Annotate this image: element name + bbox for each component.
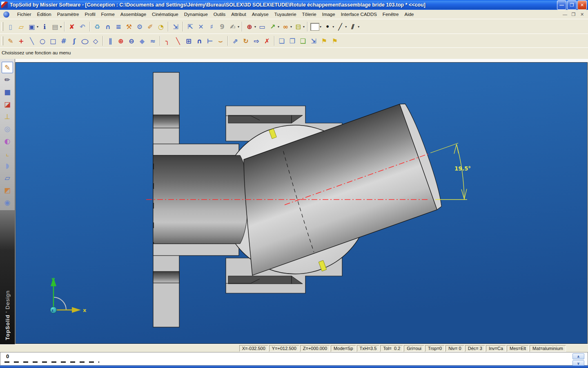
mdi-minimize-button[interactable]: — — [561, 11, 568, 18]
mdi-close-button[interactable]: ✕ — [579, 11, 586, 18]
dropdown-arrow-icon[interactable]: ▾ — [332, 25, 334, 29]
prism-button[interactable]: ◆ — [137, 36, 147, 46]
restore-icon[interactable]: ❐ — [567, 0, 577, 10]
dropdown-arrow-icon[interactable]: ▾ — [290, 25, 292, 29]
hatch-style-button[interactable]: ⫽▾ — [347, 21, 360, 32]
segment-button[interactable]: ╲ — [27, 36, 37, 46]
dropdown-arrow-icon[interactable]: ▾ — [37, 25, 38, 29]
shading-glasses-button[interactable]: ∞▾ — [280, 21, 293, 32]
gear-ring-button[interactable]: ◎ — [2, 123, 13, 135]
polygon-button[interactable]: ◇ — [90, 36, 101, 46]
delete-constraint-button[interactable]: ✗ — [262, 36, 272, 46]
pan-view-button[interactable]: ↗▾ — [267, 21, 280, 32]
menu-item-dynamique[interactable]: Dynamique — [181, 11, 211, 18]
slot-button[interactable]: ⊖ — [126, 36, 137, 46]
pin-list-button[interactable]: ⚑ — [330, 36, 340, 46]
point-button[interactable]: + — [16, 36, 27, 46]
chamfer-button[interactable]: ╲ — [173, 36, 183, 46]
small-tool-button[interactable]: ✐ — [145, 21, 156, 32]
menu-item-image[interactable]: Image — [319, 11, 338, 18]
sketch-2d-button[interactable]: ✎ — [2, 62, 13, 73]
menu-item-cinematique[interactable]: Cinématique — [149, 11, 181, 18]
hammer-button[interactable]: ⚒ — [124, 21, 134, 32]
dropdown-arrow-icon[interactable]: ▾ — [358, 25, 359, 29]
shape-nine-button[interactable]: 9 — [217, 21, 227, 32]
solid-shape-button[interactable]: ■ — [2, 86, 13, 98]
dropdown-arrow-icon[interactable]: ▾ — [278, 25, 279, 29]
menu-item-attribut[interactable]: Attribut — [228, 11, 249, 18]
menu-item-fichier[interactable]: Fichier — [14, 11, 34, 18]
spline-button[interactable]: ʃ — [69, 36, 80, 46]
assemble-include-button[interactable]: ❑ — [298, 36, 308, 46]
viewpoint-camera-button[interactable]: ◉ — [2, 197, 13, 208]
zoom-button[interactable]: ⊕▾ — [244, 21, 257, 32]
axis-point-button[interactable]: ⊕ — [116, 36, 126, 46]
undo-button[interactable]: ↶ — [77, 21, 88, 32]
trim-button[interactable]: ⊢ — [205, 36, 215, 46]
cross-tool-button[interactable]: ✕ — [196, 21, 206, 32]
translate-button[interactable]: ⇨ — [251, 36, 262, 46]
pin-position-button[interactable]: ⚑ — [319, 36, 330, 46]
assemble-place-button[interactable]: ❏ — [276, 36, 287, 46]
sheet-metal-button[interactable]: ⌞ — [2, 148, 13, 159]
mdi-restore-button[interactable]: ❐ — [570, 11, 577, 18]
measure-button[interactable]: ⇗ — [230, 36, 241, 46]
assemble-fix-button[interactable]: ❐ — [287, 36, 298, 46]
zoom-fit-button[interactable]: ▭ — [257, 21, 267, 32]
arc-slot-button[interactable]: ∩ — [194, 36, 205, 46]
parallel-button[interactable]: ∥ — [105, 36, 116, 46]
save-button[interactable]: ▣▾ — [27, 21, 39, 32]
ellipse-button[interactable]: ○ — [80, 36, 90, 46]
dropdown-arrow-icon[interactable]: ▾ — [303, 25, 305, 29]
viewport[interactable]: 19.5° y x z — [15, 59, 588, 344]
rectangle-button[interactable]: □ — [48, 36, 58, 46]
open-file-button[interactable]: ▱ — [16, 21, 27, 32]
viewport-canvas[interactable]: 19.5° y x z — [15, 59, 588, 344]
route-arrows-button[interactable]: ⇲ — [170, 21, 181, 32]
menu-item-forme[interactable]: Forme — [98, 11, 118, 18]
assembly-links-button[interactable]: ⇲ — [308, 36, 319, 46]
dropdown-arrow-icon[interactable]: ▾ — [345, 25, 347, 29]
command-value[interactable]: 0 — [6, 353, 9, 359]
piston-button[interactable]: ⊥ — [2, 111, 13, 122]
dropdown-arrow-icon[interactable]: ▾ — [320, 25, 321, 29]
menu-item-tuyauterie[interactable]: Tuyauterie — [272, 11, 299, 18]
menu-item-interface-cadds[interactable]: Interface CADDS — [338, 11, 380, 18]
curve-offset-button[interactable]: ⌣ — [215, 36, 226, 46]
sketch-button[interactable]: ✎ — [5, 36, 16, 46]
boolean-button[interactable]: ⊞ — [183, 36, 194, 46]
drawing-plan-button[interactable]: ▱ — [2, 172, 13, 184]
document-info-button[interactable]: ℹ — [39, 21, 50, 32]
circle-button[interactable]: ○ — [37, 36, 48, 46]
print-button[interactable]: ▤▾ — [50, 21, 62, 32]
tools-button[interactable]: ⚙ — [134, 21, 145, 32]
panel-corner-button[interactable]: ◩ — [2, 184, 13, 196]
pipe-elbow-button[interactable]: ◗ — [2, 160, 13, 171]
line-style-button[interactable]: ╱▾ — [335, 21, 347, 32]
ring-button[interactable]: ◔ — [156, 21, 166, 32]
sketch-3d-button[interactable]: ✏ — [2, 74, 13, 85]
render-palette-button[interactable]: ◐ — [2, 135, 13, 147]
menu-item-edition[interactable]: Édition — [34, 11, 54, 18]
dropdown-arrow-icon[interactable]: ▾ — [254, 25, 256, 29]
point-style-button[interactable]: •▾ — [322, 21, 335, 32]
new-file-button[interactable]: ▯ — [5, 21, 16, 32]
sliders-2-button[interactable]: ♯ — [206, 21, 217, 32]
magnet-button[interactable]: ∩ — [102, 21, 113, 32]
menu-item-outils[interactable]: Outils — [211, 11, 228, 18]
color-swatch-button[interactable]: ▾ — [310, 21, 322, 32]
menu-item-profil[interactable]: Profil — [82, 11, 98, 18]
delete-button[interactable]: ✘ — [67, 21, 77, 32]
surface-button[interactable]: ◪ — [2, 99, 13, 110]
command-area[interactable]: 0 ∧ ∨ — [0, 352, 588, 366]
menu-item-tolerie[interactable]: Tôlerie — [299, 11, 319, 18]
corner-fillet-button[interactable]: ╮ — [162, 36, 173, 46]
frame-button[interactable]: # — [58, 36, 69, 46]
dropdown-arrow-icon[interactable]: ▾ — [238, 25, 239, 29]
sweep-button[interactable]: ≈ — [147, 36, 158, 46]
menu-item-assemblage[interactable]: Assemblage — [118, 11, 149, 18]
dropdown-arrow-icon[interactable]: ▾ — [60, 25, 62, 29]
section-view-button[interactable]: ⊟▾ — [293, 21, 305, 32]
edit-hand-button[interactable]: ✍▾ — [227, 21, 240, 32]
menu-item-fenetre[interactable]: Fenêtre — [380, 11, 402, 18]
